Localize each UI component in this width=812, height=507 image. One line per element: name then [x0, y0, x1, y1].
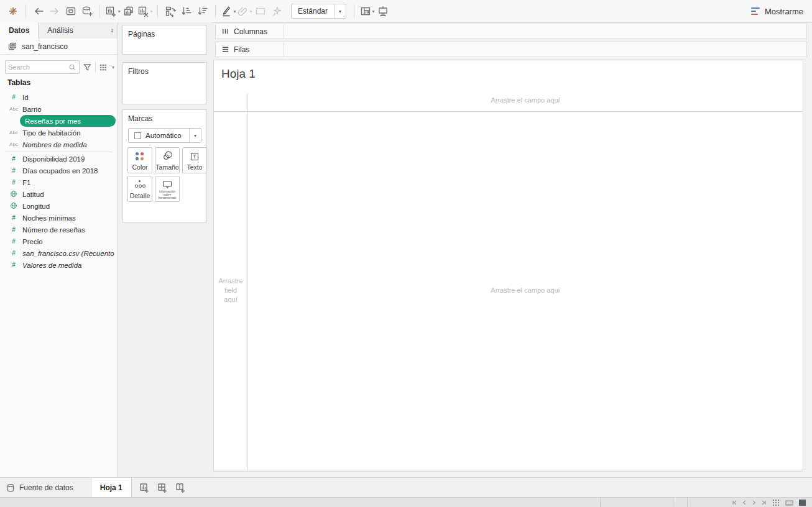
tooltip-icon: [162, 180, 173, 190]
tableau-logo-icon[interactable]: [5, 2, 21, 20]
number-icon: #: [9, 262, 19, 268]
toolbar-separator: [99, 4, 100, 18]
number-icon: #: [9, 214, 19, 221]
field-label: Disponibilidad 2019: [22, 155, 85, 163]
size-button[interactable]: Tamaño: [155, 147, 180, 173]
filters-card[interactable]: Filtros: [122, 62, 207, 104]
field-row-resenas-por-mes[interactable]: # Reseñas por mes: [0, 115, 118, 127]
field-row-noches-minimas[interactable]: # Noches mínimas: [0, 212, 118, 224]
previous-sheet-icon[interactable]: [741, 500, 747, 506]
collapse-pane-icon[interactable]: ▲▼: [107, 22, 118, 39]
columns-drop-zone[interactable]: Arrastre el campo aquí: [248, 96, 803, 104]
fit-mode-value: Estándar: [292, 7, 334, 16]
mark-type-select[interactable]: Automático ▾: [128, 128, 201, 143]
new-data-source-button[interactable]: [79, 2, 95, 20]
columns-shelf: Columnas: [215, 24, 807, 39]
field-row-dias-ocupados[interactable]: # Días ocupados en 2018: [0, 165, 118, 176]
pages-card[interactable]: Páginas: [122, 25, 207, 55]
field-row-valores-de-medida[interactable]: # Valores de medida: [0, 259, 118, 271]
show-mark-labels-button[interactable]: [252, 2, 269, 20]
search-input[interactable]: [6, 63, 68, 71]
detail-button-label: Detalle: [130, 192, 150, 199]
search-row: ▾: [0, 58, 118, 76]
field-row-nombres-de-medida[interactable]: Abc Nombres de medida: [0, 139, 118, 150]
swap-rows-columns-button[interactable]: [162, 2, 178, 20]
single-sheet-view-icon[interactable]: [799, 500, 806, 506]
tooltip-button[interactable]: Información sobre herramientas: [155, 176, 180, 202]
string-icon: Abc: [9, 106, 19, 112]
fix-axes-button[interactable]: [269, 2, 285, 20]
new-story-tab-button[interactable]: [172, 478, 190, 498]
text-button[interactable]: Texto: [182, 147, 207, 173]
group-members-button[interactable]: ▾: [236, 2, 252, 20]
data-source-tab[interactable]: Fuente de datos: [0, 478, 82, 498]
new-worksheet-button[interactable]: ▾: [104, 2, 121, 20]
sort-ascending-button[interactable]: [178, 2, 195, 20]
pane-drop-zone[interactable]: Arrastre el campo aquí: [248, 286, 803, 294]
marks-card: Marcas Automático ▾ Color Tamaño: [122, 109, 207, 222]
save-button[interactable]: [63, 2, 79, 20]
show-tabs-view-icon[interactable]: [773, 500, 780, 506]
next-sheet-icon[interactable]: [751, 500, 757, 506]
field-row-barrio[interactable]: Abc Barrio: [0, 103, 118, 115]
field-row-recuento[interactable]: # san_francisco.csv (Recuento: [0, 247, 118, 259]
filmstrip-view-icon[interactable]: [785, 500, 793, 506]
first-sheet-icon[interactable]: [731, 500, 737, 506]
mark-shape-icon: [134, 132, 141, 139]
new-worksheet-tab-button[interactable]: [136, 478, 154, 498]
size-button-label: Tamaño: [155, 163, 178, 171]
field-row-numero-de-resenas[interactable]: # Número de reseñas: [0, 224, 118, 235]
toolbar-separator: [354, 4, 354, 18]
data-source-tab-label: Fuente de datos: [19, 483, 73, 492]
text-button-label: Texto: [187, 163, 202, 171]
detail-icon: [134, 180, 145, 189]
sort-descending-button[interactable]: [195, 2, 211, 20]
fit-mode-select[interactable]: Estándar ▾: [291, 4, 346, 19]
field-row-latitud[interactable]: Latitud: [0, 188, 118, 200]
highlight-button[interactable]: ▾: [220, 2, 236, 20]
field-label: Latitud: [22, 191, 44, 198]
show-me-button[interactable]: Mostrarme: [751, 0, 803, 22]
size-icon: [162, 151, 173, 161]
field-row-id[interactable]: # Id: [0, 91, 118, 103]
mark-type-value: Automático: [145, 132, 189, 139]
filter-icon[interactable]: [83, 63, 92, 72]
show-hide-cards-button[interactable]: ▾: [359, 2, 375, 20]
chevron-down-icon[interactable]: ▾: [112, 65, 114, 70]
tab-datos[interactable]: Datos: [0, 22, 39, 39]
field-label: Número de reseñas: [22, 226, 85, 234]
field-label: Precio: [22, 238, 43, 245]
tableau-window: ▾ ▾: [0, 0, 812, 507]
new-dashboard-tab-button[interactable]: [154, 478, 172, 498]
globe-icon: [9, 189, 19, 200]
sheet-tab-hoja-1[interactable]: Hoja 1: [91, 478, 132, 498]
search-box[interactable]: [5, 60, 80, 74]
color-button[interactable]: Color: [127, 147, 152, 173]
columns-shelf-well[interactable]: [284, 24, 806, 39]
status-bar: [0, 497, 812, 507]
field-row-tipo-de-habitacion[interactable]: Abc Tipo de habitación: [0, 127, 118, 139]
field-row-longitud[interactable]: Longitud: [0, 200, 118, 212]
color-icon: [136, 152, 144, 161]
toolbar-separator: [25, 4, 26, 18]
chevron-down-icon: ▾: [233, 9, 236, 14]
datasource-item[interactable]: san_francisco: [0, 39, 118, 55]
field-row-disponibilidad-2019[interactable]: # Disponibilidad 2019: [0, 153, 118, 165]
duplicate-sheet-button[interactable]: [121, 2, 137, 20]
chevron-down-icon: ▾: [118, 9, 120, 14]
field-label: Longitud: [22, 203, 50, 210]
undo-button[interactable]: [30, 2, 47, 20]
view-options-icon[interactable]: [99, 63, 108, 72]
clear-sheet-button[interactable]: ▾: [137, 2, 153, 20]
columns-shelf-label: Columnas: [234, 27, 267, 36]
field-row-precio[interactable]: # Precio: [0, 235, 118, 247]
tab-analisis[interactable]: Análisis: [39, 22, 81, 39]
rows-drop-zone[interactable]: Arrastre field aquí: [214, 276, 247, 304]
string-icon: Abc: [9, 142, 19, 147]
presentation-mode-button[interactable]: [375, 2, 391, 20]
redo-button[interactable]: [47, 2, 63, 20]
rows-shelf-well[interactable]: [284, 42, 806, 57]
field-row-f1[interactable]: # F1: [0, 176, 118, 188]
detail-button[interactable]: Detalle: [127, 176, 152, 202]
last-sheet-icon[interactable]: [761, 500, 767, 506]
